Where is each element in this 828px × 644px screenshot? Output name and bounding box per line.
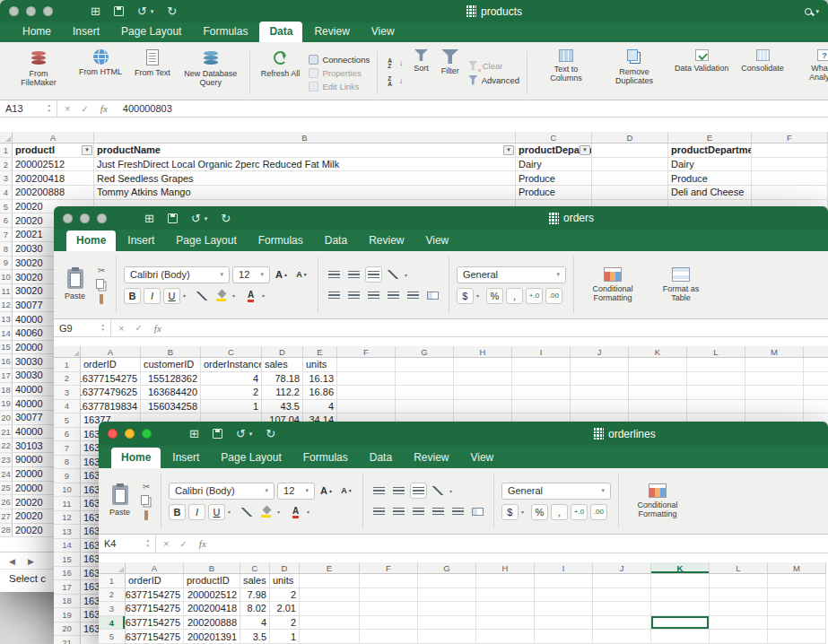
- row-header-27[interactable]: 27: [0, 509, 13, 524]
- cell-C2[interactable]: 4: [201, 372, 262, 387]
- font-name-select[interactable]: Calibri (Body)▾: [169, 483, 275, 500]
- select-all-corner[interactable]: [99, 562, 126, 574]
- row-header-7[interactable]: 7: [0, 228, 13, 242]
- cell-C4[interactable]: Produce: [516, 186, 592, 200]
- cell-L2[interactable]: [710, 588, 768, 603]
- cell-E2[interactable]: [300, 588, 360, 603]
- cell-E3[interactable]: [300, 602, 360, 616]
- cell-I2[interactable]: [535, 588, 593, 603]
- font-color-button[interactable]: A: [242, 288, 259, 304]
- refresh-all-button[interactable]: Refresh All: [257, 48, 304, 79]
- cell-A3[interactable]: 16377154275: [126, 602, 184, 616]
- row-header-19[interactable]: 19: [54, 608, 81, 622]
- column-header-G[interactable]: G: [396, 346, 454, 358]
- redo-icon[interactable]: ↻: [221, 213, 231, 224]
- align-middle-button[interactable]: [390, 483, 407, 499]
- cell-G2[interactable]: [396, 372, 454, 387]
- close-button[interactable]: [108, 429, 118, 439]
- row-header-10[interactable]: 10: [54, 483, 81, 498]
- cell-K4[interactable]: [651, 616, 710, 631]
- confirm-icon[interactable]: ✓: [81, 104, 88, 114]
- tab-formulas[interactable]: Formulas: [193, 22, 257, 42]
- borders-button[interactable]: [193, 288, 210, 304]
- cell-A4[interactable]: 16377154275: [126, 616, 184, 631]
- row-header-25[interactable]: 25: [0, 482, 13, 496]
- row-header-16[interactable]: 16: [54, 567, 81, 581]
- properties-button[interactable]: Properties: [309, 68, 370, 78]
- column-header-F[interactable]: F: [752, 132, 828, 144]
- row-header-13[interactable]: 13: [0, 312, 13, 326]
- align-center-button[interactable]: [345, 287, 362, 303]
- column-header-F[interactable]: F: [337, 346, 396, 358]
- align-left-button[interactable]: [370, 503, 388, 519]
- increase-indent-button[interactable]: [405, 287, 422, 303]
- merge-center-button[interactable]: [424, 287, 441, 303]
- orientation-caret-icon[interactable]: ▾: [405, 272, 412, 278]
- column-header-E[interactable]: E: [300, 562, 360, 574]
- cell-J1[interactable]: [593, 574, 651, 588]
- minimize-button[interactable]: [80, 213, 90, 223]
- cell-C2[interactable]: Dairy: [516, 158, 592, 172]
- format-painter-icon[interactable]: [139, 509, 153, 521]
- cell-N4[interactable]: [804, 400, 828, 414]
- cell-L2[interactable]: [687, 372, 745, 387]
- row-header-15[interactable]: 15: [0, 341, 13, 355]
- row-header-1[interactable]: 1: [54, 358, 81, 372]
- copy-icon[interactable]: [139, 495, 153, 507]
- tab-review[interactable]: Review: [359, 231, 414, 251]
- comma-button[interactable]: ,: [551, 504, 568, 520]
- increase-indent-button[interactable]: [449, 503, 466, 519]
- cell-E5[interactable]: [300, 630, 360, 644]
- close-button[interactable]: [63, 213, 73, 223]
- consolidate-button[interactable]: Consolidate: [737, 48, 788, 74]
- cell-K2[interactable]: [651, 588, 710, 603]
- format-painter-icon[interactable]: [94, 293, 109, 305]
- cell-G4[interactable]: [396, 400, 454, 414]
- cell-H1[interactable]: [476, 574, 535, 588]
- row-header-26[interactable]: 26: [0, 495, 13, 509]
- cell-I5[interactable]: [535, 630, 593, 644]
- minimize-button[interactable]: [125, 429, 135, 439]
- font-color-button[interactable]: A: [287, 504, 304, 520]
- app-grid-icon[interactable]: ⊞: [144, 213, 154, 224]
- cell-D2[interactable]: 2: [270, 588, 300, 603]
- column-header-I[interactable]: I: [512, 346, 571, 358]
- column-header-H[interactable]: H: [454, 346, 512, 358]
- cell-B4[interactable]: Tommy Atkins Mango: [94, 186, 516, 200]
- titlebar[interactable]: ⊞ ↺ ▾ ↻ products ▾: [0, 0, 828, 22]
- tab-home[interactable]: Home: [13, 22, 61, 42]
- cell-D4[interactable]: 43.5: [262, 400, 303, 414]
- connections-button[interactable]: Connections: [309, 55, 370, 65]
- clear-filter-button[interactable]: ×Clear: [468, 61, 519, 72]
- cell-C3[interactable]: Produce: [516, 171, 592, 186]
- decrease-indent-button[interactable]: [385, 287, 402, 303]
- cell-L4[interactable]: [710, 616, 768, 631]
- merge-center-button[interactable]: [469, 503, 486, 519]
- cell-K4[interactable]: [629, 400, 687, 414]
- number-format-select[interactable]: General▾: [457, 266, 566, 283]
- row-header-4[interactable]: 4: [99, 616, 126, 631]
- column-header-D[interactable]: D: [592, 132, 668, 144]
- filter-button[interactable]: ▼: [580, 145, 590, 155]
- cell-B2[interactable]: Just FreshDirect Local Organic 2perc Red…: [94, 158, 516, 172]
- cell-F4[interactable]: [360, 616, 418, 631]
- cell-J3[interactable]: [593, 602, 651, 616]
- column-header-L[interactable]: L: [710, 562, 768, 574]
- tab-home[interactable]: Home: [66, 231, 116, 251]
- cell-G3[interactable]: [396, 386, 454, 400]
- underline-button[interactable]: U: [208, 504, 225, 520]
- row-header-22[interactable]: 22: [0, 439, 13, 453]
- cell-M4[interactable]: [768, 616, 826, 631]
- align-top-button[interactable]: [370, 483, 388, 499]
- align-bottom-button[interactable]: [365, 266, 382, 283]
- cell-D2[interactable]: 78.18: [262, 372, 303, 387]
- comma-button[interactable]: ,: [506, 288, 523, 304]
- from-filemaker-button[interactable]: From FileMaker: [7, 48, 70, 89]
- cell-A2[interactable]: 16377154275: [81, 372, 141, 387]
- formula-input[interactable]: 400000803: [123, 103, 172, 114]
- cell-G4[interactable]: [418, 616, 476, 631]
- filter-button[interactable]: ▼: [82, 145, 92, 155]
- cell-C4[interactable]: 1: [201, 400, 262, 414]
- zoom-button[interactable]: [97, 213, 107, 223]
- next-sheet-icon[interactable]: ▶: [28, 557, 34, 566]
